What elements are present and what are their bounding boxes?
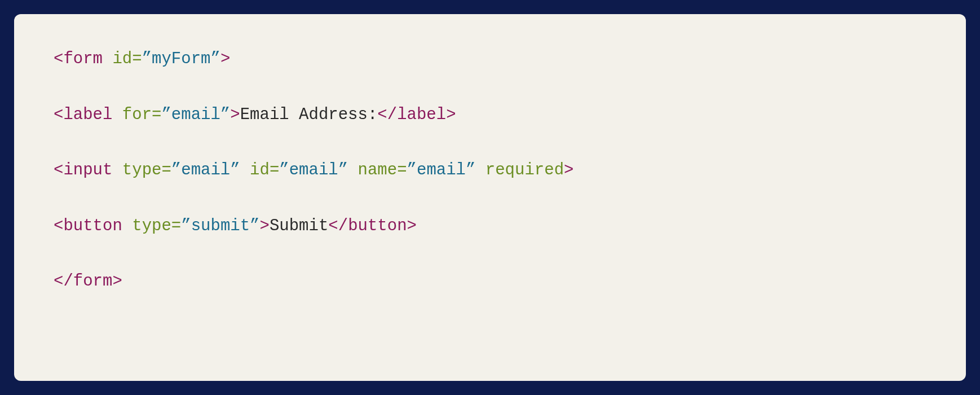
attr-required: required (485, 161, 564, 179)
close-tag-button: button (348, 217, 407, 235)
equals: = (161, 161, 171, 179)
tag-button: button (63, 217, 122, 235)
attr-value-submit: ”submit” (181, 217, 259, 235)
code-line-3: <input type=”email” id=”email” name=”ema… (54, 159, 926, 182)
bracket-open: < (54, 161, 63, 179)
tag-form: form (63, 50, 103, 68)
code-line-1: <form id=”myForm”> (54, 48, 926, 71)
text-submit: Submit (270, 217, 328, 235)
attr-value-email: ”email” (407, 161, 476, 179)
bracket-close: > (260, 217, 270, 235)
space (348, 161, 357, 179)
attr-type: type (132, 217, 171, 235)
equals: = (171, 217, 181, 235)
attr-id: id (112, 50, 132, 68)
equals: = (397, 161, 407, 179)
space (112, 161, 122, 179)
attr-value-myform: ”myForm” (142, 50, 220, 68)
attr-type: type (122, 161, 162, 179)
close-bracket-open: </ (54, 272, 73, 291)
attr-name-name: name (358, 161, 398, 179)
tag-label: label (63, 106, 112, 124)
attr-for: for (122, 106, 152, 124)
space (475, 161, 485, 179)
close-bracket-close: > (407, 217, 417, 235)
tag-input: input (63, 161, 112, 179)
attr-value-email: ”email” (171, 161, 240, 179)
bracket-close: > (564, 161, 573, 179)
equals: = (270, 161, 279, 179)
equals: = (152, 106, 161, 124)
attr-id: id (250, 161, 270, 179)
equals: = (132, 50, 142, 68)
close-bracket-open: </ (377, 106, 397, 124)
space (240, 161, 250, 179)
attr-value-email: ”email” (279, 161, 348, 179)
bracket-close: > (220, 50, 230, 68)
space (122, 217, 132, 235)
code-panel: <form id=”myForm”> <label for=”email”>Em… (14, 14, 966, 381)
code-line-2: <label for=”email”>Email Address:</label… (54, 104, 926, 127)
code-line-5: </form> (54, 270, 926, 293)
bracket-open: < (54, 50, 63, 68)
attr-value-email: ”email” (161, 106, 230, 124)
space (103, 50, 112, 68)
code-line-4: <button type=”submit”>Submit</button> (54, 215, 926, 238)
close-tag-label: label (397, 106, 446, 124)
close-bracket-close: > (446, 106, 456, 124)
close-bracket-open: </ (328, 217, 348, 235)
space (112, 106, 122, 124)
bracket-close: > (230, 106, 240, 124)
bracket-open: < (54, 217, 63, 235)
close-bracket-close: > (112, 272, 122, 291)
bracket-open: < (54, 106, 63, 124)
close-tag-form: form (73, 272, 113, 291)
text-email-address: Email Address: (240, 106, 378, 124)
